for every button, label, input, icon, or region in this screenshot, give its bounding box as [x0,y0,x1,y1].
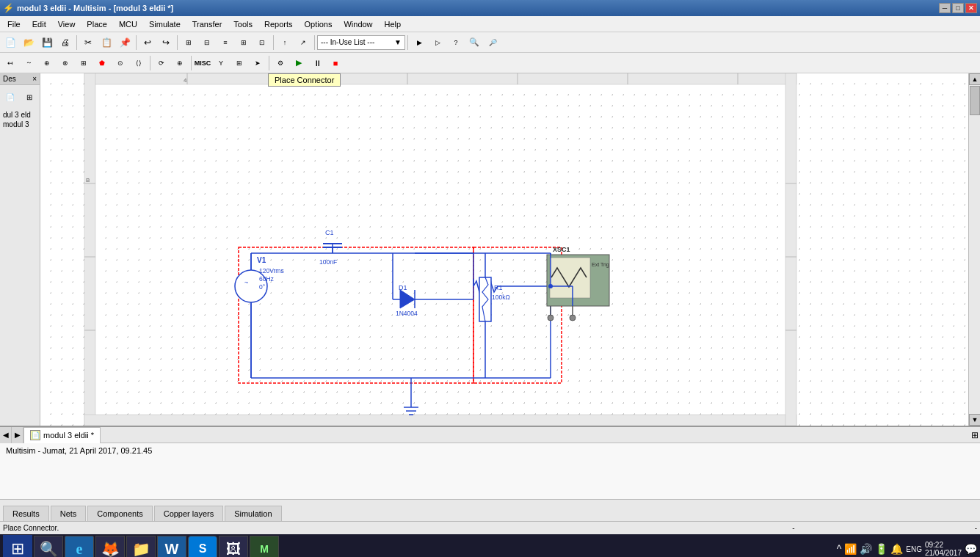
tb-sim2[interactable]: ▷ [429,34,446,51]
paste-button[interactable]: 📌 [116,34,134,51]
tb2-btn7[interactable]: ⊙ [112,55,129,71]
menu-item-file[interactable]: File [1,16,26,32]
svg-text:C1: C1 [325,229,334,236]
chevron-icon[interactable]: ^ [837,543,842,555]
notification-icon[interactable]: 🔔 [890,543,903,555]
in-use-list-dropdown[interactable]: --- In-Use List --- ▼ [317,35,405,50]
tb-btn1[interactable]: ⊞ [180,34,197,51]
panel-close[interactable]: × [32,75,37,83]
menu-bar: FileEditViewPlaceMCUSimulateTransferTool… [0,16,980,32]
panel-btn2[interactable]: ⊞ [21,87,38,107]
menu-item-mcu[interactable]: MCU [113,16,143,32]
svg-point-71 [548,284,553,288]
panel-item-2[interactable]: modul 3 [1,120,38,129]
vertical-scrollbar[interactable]: ▲ ▼ [968,73,980,426]
tb-sim3[interactable]: ? [447,34,465,51]
bottom-tab-nets[interactable]: Nets [51,506,87,521]
tb-sim1[interactable]: ▶ [410,34,428,51]
photos-button[interactable]: 🖼 [219,536,248,557]
tb2-btn10[interactable]: ⊕ [171,55,189,71]
menu-item-simulate[interactable]: Simulate [143,16,186,32]
bottom-tab-results[interactable]: Results [3,506,49,521]
tb2-btn8[interactable]: ⟨⟩ [130,55,148,71]
panel-item-1[interactable]: dul 3 eld [1,110,38,120]
minimize-button[interactable]: ─ [939,3,951,13]
tb-btn3[interactable]: ≡ [217,34,234,51]
menu-item-window[interactable]: Window [338,16,378,32]
tab-nav-right[interactable]: ▶ [12,427,23,443]
tb2-arrow[interactable]: ➤ [249,55,266,71]
tb2-btn9[interactable]: ⟳ [153,55,170,71]
tb2-play[interactable]: ▶ [290,55,308,71]
schematic-canvas-container[interactable]: Place Connector 4 5 [40,73,968,426]
svg-text:V1: V1 [257,256,266,264]
cut-button[interactable]: ✂ [79,34,97,51]
tb2-btn12[interactable]: ⊞ [231,55,248,71]
tb2-btn4[interactable]: ⊗ [57,55,74,71]
maximize-button[interactable]: □ [952,3,964,13]
tab-panel-icon[interactable]: ⊞ [971,430,979,440]
tab-nav-left[interactable]: ◀ [0,427,12,443]
word-button[interactable]: W [157,536,186,557]
menu-item-tools[interactable]: Tools [228,16,258,32]
menu-item-edit[interactable]: Edit [26,16,52,32]
battery-icon[interactable]: 🔋 [875,543,888,555]
tb-btn5[interactable]: ⊡ [253,34,271,51]
tb-btn7[interactable]: ↗ [294,34,312,51]
toolbar2: ↤ ～ ⊕ ⊗ ⊞ ⬟ ⊙ ⟨⟩ ⟳ ⊕ MISC Y ⊞ ➤ ⚙ ▶ ⏸ ■ [0,53,980,73]
menu-item-options[interactable]: Options [299,16,338,32]
tb-btn4[interactable]: ⊞ [235,34,253,51]
undo-button[interactable]: ↩ [139,34,156,51]
svg-rect-61 [550,258,590,298]
tb-btn2[interactable]: ⊟ [198,34,216,51]
notification-panel-icon[interactable]: 💬 [965,543,977,555]
tb2-btn11[interactable]: Y [212,55,230,71]
tb2-run[interactable]: ⚙ [272,55,289,71]
tb2-btn1[interactable]: ↤ [1,55,19,71]
close-button[interactable]: ✕ [965,3,977,13]
bottom-tab-components[interactable]: Components [87,506,152,521]
left-panel-header: Des × [0,73,40,85]
tb2-misc[interactable]: MISC [194,55,211,71]
network-icon[interactable]: 📶 [844,543,857,555]
new-button[interactable]: 📄 [1,34,19,51]
schematic-tab[interactable]: 📄 modul 3 eldii * [23,427,101,443]
explorer-button[interactable]: 📁 [126,536,156,557]
windows-icon: ⊞ [11,539,24,557]
svg-rect-2 [84,415,796,426]
main-area: Des × 📄 ⊞ dul 3 eld modul 3 Place Connec… [0,73,980,426]
volume-icon[interactable]: 🔊 [860,543,872,555]
tb2-btn2[interactable]: ～ [20,55,37,71]
edge-button[interactable]: e [65,536,94,557]
panel-btn1[interactable]: 📄 [1,87,19,107]
tb2-btn5[interactable]: ⊞ [75,55,92,71]
skype-button[interactable]: S [188,536,217,557]
menu-item-view[interactable]: View [52,16,81,32]
tb2-pause[interactable]: ⏸ [308,55,326,71]
multisim-button[interactable]: M [250,536,279,557]
menu-item-help[interactable]: Help [379,16,407,32]
save-button[interactable]: 💾 [38,34,56,51]
tb-btn6[interactable]: ↑ [276,34,294,51]
tb2-stop[interactable]: ■ [327,55,344,71]
tb-zoom-in[interactable]: 🔍 [465,34,483,51]
open-button[interactable]: 📂 [20,34,37,51]
svg-marker-45 [400,290,415,308]
tb2-btn3[interactable]: ⊕ [38,55,56,71]
firefox-button[interactable]: 🦊 [95,536,125,557]
search-button[interactable]: 🔍 [34,536,63,557]
menu-item-transfer[interactable]: Transfer [186,16,228,32]
tb2-btn6[interactable]: ⬟ [93,55,111,71]
tb-zoom-out[interactable]: 🔎 [484,34,501,51]
redo-button[interactable]: ↪ [157,34,175,51]
menu-item-reports[interactable]: Reports [258,16,299,32]
bottom-tab-simulation[interactable]: Simulation [225,506,281,521]
bottom-tab-copper-layers[interactable]: Copper layers [154,506,223,521]
print-button[interactable]: 🖨 [57,34,74,51]
scroll-thumb[interactable] [970,86,980,115]
copy-button[interactable]: 📋 [98,34,115,51]
scroll-down-button[interactable]: ▼ [969,414,980,426]
start-button[interactable]: ⊞ [3,535,32,557]
menu-item-place[interactable]: Place [81,16,113,32]
scroll-up-button[interactable]: ▲ [969,73,980,85]
